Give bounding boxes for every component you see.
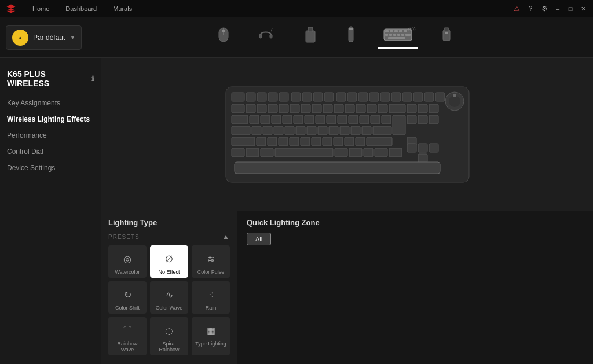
svg-rect-79: [349, 115, 358, 124]
device-tab-headset[interactable]: ((·)): [252, 25, 279, 49]
sidebar-item-control-dial[interactable]: Control Dial: [0, 144, 101, 160]
svg-rect-59: [323, 104, 332, 113]
svg-rect-114: [246, 148, 259, 157]
preset-watercolor[interactable]: ◎ Watercolor: [108, 245, 147, 278]
sidebar-item-wireless-lighting[interactable]: Wireless Lighting Effects: [0, 111, 101, 127]
preset-color-shift[interactable]: ↻ Color Shift: [108, 281, 147, 314]
svg-rect-111: [367, 137, 392, 146]
svg-point-31: [453, 94, 456, 97]
svg-rect-69: [232, 115, 248, 124]
svg-rect-39: [313, 93, 323, 101]
svg-rect-73: [283, 115, 292, 124]
color-pulse-icon: ≋: [203, 251, 219, 267]
svg-rect-5: [259, 34, 262, 38]
svg-rect-13: [385, 30, 389, 32]
watercolor-label: Watercolor: [115, 269, 140, 275]
custom-section: CUSTOM ▼: [108, 360, 230, 364]
svg-rect-66: [407, 104, 416, 113]
svg-text:✦: ✦: [18, 35, 23, 41]
type-lighting-label: Type Lighting: [195, 341, 226, 347]
presets-section-label: PRESETS ▲: [108, 233, 230, 241]
svg-rect-56: [290, 104, 299, 113]
preset-type-lighting[interactable]: ▦ Type Lighting: [192, 317, 230, 355]
svg-rect-86: [429, 115, 438, 124]
maximize-button[interactable]: □: [566, 5, 574, 13]
svg-rect-18: [385, 34, 388, 36]
svg-rect-65: [389, 104, 405, 113]
svg-rect-101: [257, 137, 266, 146]
device-tab-keyboard[interactable]: ((·)): [378, 26, 418, 49]
spiral-rainbow-icon: ◌: [161, 322, 177, 339]
preset-spiral-rainbow[interactable]: ◌ Spiral Rainbow: [150, 317, 188, 355]
svg-rect-91: [285, 126, 294, 135]
help-icon[interactable]: ?: [526, 4, 535, 13]
svg-rect-74: [294, 115, 303, 124]
svg-rect-67: [418, 104, 427, 113]
svg-rect-76: [316, 115, 325, 124]
nav-home[interactable]: Home: [25, 3, 56, 14]
svg-rect-47: [402, 93, 412, 101]
main-content: K65 PLUS WIRELESS ℹ Key Assignments Wire…: [0, 58, 593, 364]
sidebar-item-key-assignments[interactable]: Key Assignments: [0, 95, 101, 111]
svg-rect-37: [291, 93, 301, 101]
svg-rect-36: [279, 93, 288, 101]
svg-text:((·)): ((·)): [271, 28, 273, 32]
zone-btn-all[interactable]: All: [247, 233, 271, 245]
svg-rect-41: [336, 93, 346, 101]
svg-rect-11: [349, 28, 353, 30]
lighting-panel-title: Lighting Type: [108, 218, 230, 227]
svg-rect-77: [327, 115, 336, 124]
svg-rect-25: [443, 30, 450, 41]
rainbow-wave-label: Rainbow Wave: [111, 341, 144, 352]
preset-color-pulse[interactable]: ≋ Color Pulse: [192, 245, 230, 278]
sidebar-item-device-settings[interactable]: Device Settings: [0, 160, 101, 176]
titlebar: Home Dashboard Murals ⚠ ? ⚙ – □ ✕: [0, 0, 593, 17]
svg-rect-38: [302, 93, 312, 101]
preset-no-effect[interactable]: ∅ No Effect: [150, 245, 188, 278]
device-tab-dongle[interactable]: [296, 24, 324, 51]
profile-chevron-icon: ▼: [69, 34, 75, 41]
svg-rect-99: [373, 126, 391, 135]
close-button[interactable]: ✕: [579, 5, 587, 13]
svg-rect-8: [306, 31, 315, 42]
svg-rect-58: [312, 104, 321, 113]
preset-rainbow-wave[interactable]: ⌒ Rainbow Wave: [108, 317, 147, 355]
pen-icon: [347, 25, 354, 47]
svg-rect-116: [275, 148, 333, 157]
svg-rect-124: [429, 144, 438, 152]
svg-rect-89: [263, 126, 272, 135]
svg-rect-75: [305, 115, 314, 124]
svg-rect-22: [401, 34, 404, 36]
device-tab-mouse[interactable]: [212, 24, 235, 50]
keyboard-area: [101, 58, 593, 211]
svg-rect-49: [424, 93, 434, 101]
svg-rect-46: [391, 93, 401, 101]
mouse-icon: [218, 27, 229, 46]
svg-rect-50: [435, 93, 445, 101]
device-tabs: ((·)) ((·)): [82, 23, 587, 52]
svg-rect-110: [356, 137, 365, 146]
svg-rect-40: [324, 93, 334, 101]
device-tab-usb[interactable]: [435, 24, 457, 50]
settings-icon[interactable]: ⚙: [540, 4, 549, 13]
keyboard-visualization: [223, 84, 472, 185]
info-icon[interactable]: ℹ: [91, 75, 94, 83]
svg-rect-122: [407, 144, 416, 152]
nav-dashboard[interactable]: Dashboard: [58, 3, 104, 14]
preset-rain[interactable]: ⁖ Rain: [192, 281, 230, 314]
nav-murals[interactable]: Murals: [106, 3, 139, 14]
svg-rect-125: [418, 154, 427, 163]
alert-icon[interactable]: ⚠: [512, 4, 521, 13]
svg-rect-117: [335, 148, 347, 157]
profile-selector[interactable]: ✦ Par défaut ▼: [6, 25, 82, 50]
sidebar-item-performance[interactable]: Performance: [0, 127, 101, 144]
titlebar-right: ⚠ ? ⚙ – □ ✕: [512, 4, 587, 13]
svg-rect-63: [367, 104, 376, 113]
minimize-button[interactable]: –: [554, 5, 562, 13]
presets-collapse-button[interactable]: ▲: [222, 233, 230, 241]
color-wave-icon: ∿: [161, 286, 177, 303]
profile-icon: ✦: [12, 30, 28, 46]
svg-rect-27: [445, 32, 448, 34]
preset-color-wave[interactable]: ∿ Color Wave: [150, 281, 188, 314]
device-tab-pen[interactable]: [342, 23, 360, 52]
